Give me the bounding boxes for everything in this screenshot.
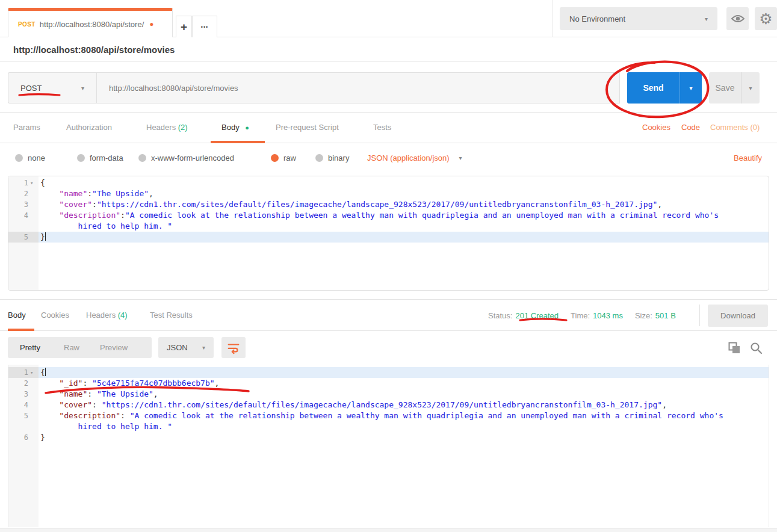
code-text: "_id": "5c4e715fa74c07dbbb6ecb7b", [39,378,769,389]
radio-form-data[interactable]: form-data [77,143,123,172]
response-tab-headers[interactable]: Headers (4) [86,300,128,331]
search-icon [750,342,763,354]
tab-bar: POST http://localhost:8080/api/store/ ● … [0,0,777,37]
wrap-lines-icon [227,341,240,354]
chevron-down-icon: ▾ [81,85,84,91]
settings-button[interactable]: ⚙ [755,7,777,30]
tab-body[interactable]: Body ● [221,113,249,143]
eye-icon [731,14,744,23]
search-response-button[interactable] [749,341,763,355]
postman-window: POST http://localhost:8080/api/store/ ● … [0,0,777,532]
radio-none[interactable]: none [15,143,45,172]
environment-selector[interactable]: No Environment ▾ [560,7,717,30]
headers-count-badge: (2) [178,123,188,132]
size-label: Size: [635,311,652,320]
download-button[interactable]: Download [708,305,768,327]
code-line-4[interactable]: 4 "description":"A comedic look at the r… [8,210,769,232]
more-tabs-button[interactable]: ••• [192,16,217,37]
copy-response-button[interactable] [727,341,741,355]
code-line-3[interactable]: 3 "name": "The Upside", [8,389,769,400]
code-text: } [39,432,769,443]
line-number: 2 [8,378,39,389]
radio-icon [15,154,23,162]
status-value: 201 Created [515,311,559,320]
view-pretty[interactable]: Pretty [20,337,40,358]
code-line-5[interactable]: 5 "description": "A comedic look at the … [8,410,769,432]
size-value: 501 B [655,311,676,320]
beautify-link[interactable]: Beautify [734,143,762,172]
body-has-content-dot-icon: ● [245,124,249,131]
line-number: 1▾ [8,178,39,188]
method-selector-value: POST [20,84,42,93]
line-number: 4 [8,210,39,232]
save-button[interactable]: Save ▾ [709,72,760,104]
code-text: "description": "A comedic look at the re… [39,410,769,432]
code-line-1[interactable]: 1▾{ [8,367,769,378]
url-input-value: http://localhost:8080/api/store/movies [109,84,238,93]
unsaved-changes-dot-icon: ● [149,20,153,28]
radio-icon [77,154,85,162]
time-value: 1043 ms [593,311,623,320]
response-tab-cookies[interactable]: Cookies [41,300,69,331]
view-raw[interactable]: Raw [64,337,79,358]
line-number: 5 [8,232,39,243]
code-line-2[interactable]: 2 "_id": "5c4e715fa74c07dbbb6ecb7b", [8,378,769,389]
url-input[interactable]: http://localhost:8080/api/store/movies [96,72,620,104]
comments-link[interactable]: Comments (0) [710,113,760,143]
line-number: 2 [8,188,39,199]
chevron-down-icon: ▾ [749,85,752,91]
line-number: 6 [8,432,39,443]
text-cursor [45,232,46,241]
code-line-1[interactable]: 1▾{ [8,178,769,188]
code-link[interactable]: Code [681,113,700,143]
request-tabs: Params Authorization Headers (2) Body ● … [0,113,777,143]
code-line-4[interactable]: 4 "cover": "https://cdn1.thr.com/sites/d… [8,400,769,410]
send-button[interactable]: Send ▾ [627,72,702,104]
request-tab[interactable]: POST http://localhost:8080/api/store/ ● [8,8,173,37]
code-line-3[interactable]: 3 "cover":"https://cdn1.thr.com/sites/de… [8,199,769,210]
line-number: 3 [8,389,39,400]
code-text: { [39,178,769,188]
tab-authorization[interactable]: Authorization [66,113,112,143]
response-toolbar: Pretty Raw Preview JSON ▾ [0,331,777,365]
radio-binary[interactable]: binary [315,143,349,172]
tab-params[interactable]: Params [13,113,40,143]
method-selector[interactable]: POST ▾ [8,72,96,104]
radio-x-www-form-urlencoded[interactable]: x-www-form-urlencoded [138,143,234,172]
code-line-5[interactable]: 5} [8,232,769,243]
view-preview[interactable]: Preview [100,337,128,358]
request-body-editor[interactable]: 1▾{2 "name":"The Upside",3 "cover":"http… [8,176,769,291]
response-format-selector[interactable]: JSON ▾ [158,337,214,358]
body-mode-row: none form-data x-www-form-urlencoded raw… [0,143,777,176]
save-options-button[interactable]: ▾ [741,72,760,104]
tab-pre-request-script[interactable]: Pre-request Script [276,113,339,143]
content-type-selector[interactable]: JSON (application/json) ▾ [367,143,462,172]
radio-raw[interactable]: raw [271,143,296,172]
code-text: "name":"The Upside", [39,188,769,199]
cookies-link[interactable]: Cookies [642,113,670,143]
radio-selected-icon [271,154,279,162]
gear-icon: ⚙ [759,11,772,26]
response-header: Body Cookies Headers (4) Test Results St… [0,299,777,331]
line-number: 1▾ [8,367,39,378]
code-text: "cover":"https://cdn1.thr.com/sites/defa… [39,199,769,210]
response-body-editor[interactable]: 1▾{2 "_id": "5c4e715fa74c07dbbb6ecb7b",3… [8,365,769,527]
environment-selector-label: No Environment [569,14,625,23]
environment-preview-button[interactable] [726,7,749,30]
response-tab-test-results[interactable]: Test Results [150,300,193,331]
send-options-button[interactable]: ▾ [680,72,702,104]
wrap-lines-button[interactable] [221,337,246,358]
response-tab-body[interactable]: Body [8,300,26,331]
request-builder: POST ▾ http://localhost:8080/api/store/m… [0,63,777,113]
request-title-row: http://localhost:8080/api/store/movies [0,38,777,62]
radio-icon [138,154,146,162]
code-line-2[interactable]: 2 "name":"The Upside", [8,188,769,199]
radio-icon [315,154,323,162]
new-tab-button[interactable]: + [176,16,192,37]
tab-headers[interactable]: Headers (2) [146,113,188,143]
tab-tests[interactable]: Tests [373,113,391,143]
line-number: 4 [8,400,39,410]
divider [552,0,553,37]
code-line-6[interactable]: 6} [8,432,769,443]
chevron-down-icon: ▾ [689,85,692,91]
